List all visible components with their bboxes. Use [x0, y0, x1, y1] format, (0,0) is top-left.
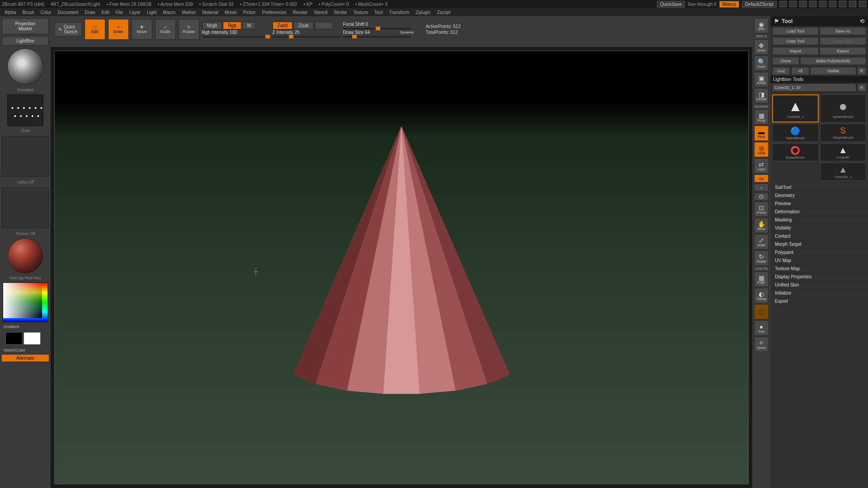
dynamic-label[interactable]: Dynamic — [400, 30, 414, 34]
current-tool-name[interactable]: Cone3D_1. 34 — [772, 84, 856, 92]
maximize-icon[interactable] — [849, 1, 856, 7]
acc-deformation[interactable]: Deformation — [770, 208, 868, 216]
rgb-intensity-slider[interactable]: Rgb Intensity 100 — [202, 30, 256, 35]
default-zscript[interactable]: DefaultZScript — [742, 1, 777, 8]
zoom-button[interactable]: 🔍Zoom — [754, 56, 769, 71]
center-button[interactable]: ◦ — [754, 183, 769, 192]
goz-visible-button[interactable]: Visible — [810, 67, 856, 75]
mrgb-button[interactable]: Mrgb — [202, 22, 222, 29]
scale-view-button[interactable]: ⤢Scale — [754, 234, 769, 249]
tool-thumb-cone[interactable]: ▲Cone3D_1 — [772, 94, 819, 122]
menu-layer[interactable]: Layer — [129, 10, 141, 15]
menus-button[interactable]: Menus — [719, 1, 739, 8]
tool-thumb-alpha[interactable]: 🔵AlphaBrush — [772, 124, 819, 142]
tool-thumb-cone3[interactable]: ▲Cone3D_1 — [820, 163, 867, 181]
menu-marker[interactable]: Marker — [182, 10, 196, 15]
primary-color-swatch[interactable] — [24, 332, 41, 345]
menu-tool[interactable]: Tool — [374, 10, 382, 15]
menu-stencil[interactable]: Stencil — [314, 10, 327, 15]
xyz-button[interactable]: Xyz — [754, 174, 769, 183]
goz-r-button[interactable]: R — [857, 67, 866, 75]
menu-picker[interactable]: Picker — [243, 10, 256, 15]
menu-transform[interactable]: Transform — [389, 10, 409, 15]
persp-button[interactable]: ▦Persp — [754, 109, 769, 125]
switch-color-button[interactable]: SwitchColor — [2, 347, 49, 353]
acc-masking[interactable]: Masking — [770, 216, 868, 224]
secondary-color-swatch[interactable] — [5, 332, 23, 345]
menu-material[interactable]: Material — [203, 10, 219, 15]
fit-button[interactable]: ⊙ — [754, 192, 769, 201]
menu-file[interactable]: File — [116, 10, 123, 15]
menu-document[interactable]: Document — [58, 10, 79, 15]
menu-light[interactable]: Light — [147, 10, 157, 15]
zcut-button[interactable]: Zcut — [315, 22, 333, 29]
menu-color[interactable]: Color — [41, 10, 52, 15]
make-polymesh-button[interactable]: Make PolyMesh3D — [800, 57, 866, 65]
quicksave-button[interactable]: QuickSave — [657, 1, 685, 8]
menu-brush[interactable]: Brush — [23, 10, 34, 15]
goz-all-button[interactable]: All — [791, 67, 809, 75]
solo-button[interactable]: ●Solo — [754, 320, 769, 336]
acc-polypaint[interactable]: Polypaint — [770, 249, 868, 257]
color-picker[interactable] — [3, 282, 48, 322]
rotate-view-button[interactable]: ↻Rotate — [754, 250, 769, 266]
acc-uv-map[interactable]: UV Map — [770, 257, 868, 265]
actual-button[interactable]: ▣Actual — [754, 72, 769, 87]
spix-label[interactable]: SPix 3 — [756, 34, 766, 38]
local-button[interactable]: ◎Local — [754, 142, 769, 157]
brush-preview[interactable] — [7, 48, 43, 84]
load-tool-button[interactable]: Load Tool — [772, 27, 819, 35]
zsub-button[interactable]: Zsub — [293, 22, 313, 29]
texture-slot[interactable] — [2, 188, 49, 228]
polyf-button[interactable]: ▦PolyF — [754, 272, 769, 287]
menu-preferences[interactable]: Preferences — [262, 10, 287, 15]
viewport-canvas[interactable]: ┼ — [54, 51, 749, 484]
rotate-tool-button[interactable]: ↻Rotate — [179, 19, 199, 40]
xpose-button[interactable]: ✧Xpose — [754, 337, 769, 352]
acc-display-props[interactable]: Display Properties — [770, 273, 868, 281]
menu-movie[interactable]: Movie — [225, 10, 237, 15]
menu-stroke[interactable]: Stroke — [334, 10, 347, 15]
z-intensity-slider[interactable]: Z Intensity 25 — [273, 30, 327, 35]
tool-thumb-cone2[interactable]: ▲Cone3D — [820, 143, 867, 161]
menu-zscript[interactable]: Zscript — [437, 10, 450, 15]
goz-button[interactable]: GoZ — [772, 67, 790, 75]
window-icon-6[interactable] — [829, 1, 836, 7]
menu-edit[interactable]: Edit — [102, 10, 109, 15]
export-button[interactable]: Export — [820, 47, 866, 55]
window-icon-3[interactable] — [799, 1, 807, 7]
draw-tool-button[interactable]: ✧Draw — [108, 19, 129, 40]
copy-tool-button[interactable]: Copy Tool — [772, 37, 819, 45]
acc-subtool[interactable]: SubTool — [770, 183, 868, 192]
material-preview[interactable] — [8, 238, 43, 273]
window-icon-2[interactable] — [789, 1, 797, 7]
draw-size-slider[interactable]: Draw Size 64 — [343, 30, 397, 35]
window-icon-4[interactable] — [809, 1, 816, 7]
gradient-label[interactable]: Gradient — [2, 324, 49, 329]
tool-r-button[interactable]: R — [857, 84, 866, 92]
menu-macro[interactable]: Macro — [163, 10, 176, 15]
acc-contact[interactable]: Contact — [770, 232, 868, 240]
menu-texture[interactable]: Texture — [353, 10, 368, 15]
ghost-button[interactable]: ◌ — [754, 304, 769, 319]
edit-tool-button[interactable]: ⬚Edit — [85, 19, 105, 40]
rgb-button[interactable]: Rgb — [223, 22, 241, 29]
collapse-icon[interactable]: ⟲ — [860, 18, 864, 24]
acc-unified-skin[interactable]: Unified Skin — [770, 281, 868, 289]
bpr-button[interactable]: ◉BPR — [754, 18, 769, 33]
close-icon[interactable] — [859, 1, 866, 7]
scroll-button[interactable]: ✥Scroll — [754, 39, 769, 55]
acc-preview[interactable]: Preview — [770, 200, 868, 208]
alpha-slot[interactable] — [2, 136, 49, 177]
m-button[interactable]: M — [242, 22, 256, 29]
acc-initialize[interactable]: Initialize — [770, 289, 868, 297]
floor-button[interactable]: ▬Floor — [754, 126, 769, 141]
tool-panel-header[interactable]: ⚑ Tool ⟲ — [770, 16, 868, 26]
lightbox-button[interactable]: LightBox — [2, 36, 49, 46]
menu-render[interactable]: Render — [293, 10, 308, 15]
move-tool-button[interactable]: ✥Move — [132, 19, 152, 40]
minimize-icon[interactable] — [839, 1, 846, 7]
window-icon-1[interactable] — [779, 1, 787, 7]
rgb-intensity-track[interactable] — [202, 36, 270, 38]
transp-button[interactable]: ◐Transp — [754, 288, 769, 303]
